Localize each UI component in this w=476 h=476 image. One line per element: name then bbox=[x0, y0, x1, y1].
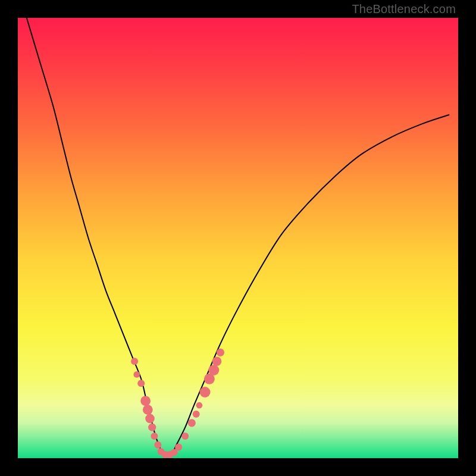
data-point-marker bbox=[154, 441, 161, 449]
data-point-marker bbox=[143, 405, 153, 415]
data-point-marker bbox=[188, 419, 196, 427]
plot-area bbox=[18, 18, 458, 458]
data-point-marker bbox=[133, 371, 140, 378]
data-point-marker bbox=[200, 387, 211, 397]
bottleneck-curve bbox=[27, 18, 449, 456]
data-point-marker bbox=[217, 349, 224, 356]
data-point-marker bbox=[181, 433, 189, 440]
data-point-marker bbox=[137, 380, 145, 387]
data-point-marker bbox=[140, 396, 151, 406]
watermark-label: TheBottleneck.com bbox=[352, 2, 456, 16]
data-point-marker bbox=[145, 414, 155, 424]
data-point-marker bbox=[151, 433, 158, 440]
curve-layer bbox=[18, 18, 458, 458]
data-point-marker bbox=[175, 444, 182, 451]
data-point-marker bbox=[193, 411, 200, 418]
data-point-marker bbox=[196, 402, 202, 409]
data-point-marker bbox=[131, 358, 138, 365]
data-point-marker bbox=[148, 424, 156, 431]
chart-frame: TheBottleneck.com bbox=[0, 0, 476, 476]
data-point-marker bbox=[212, 356, 222, 366]
data-point-marker bbox=[208, 365, 219, 375]
